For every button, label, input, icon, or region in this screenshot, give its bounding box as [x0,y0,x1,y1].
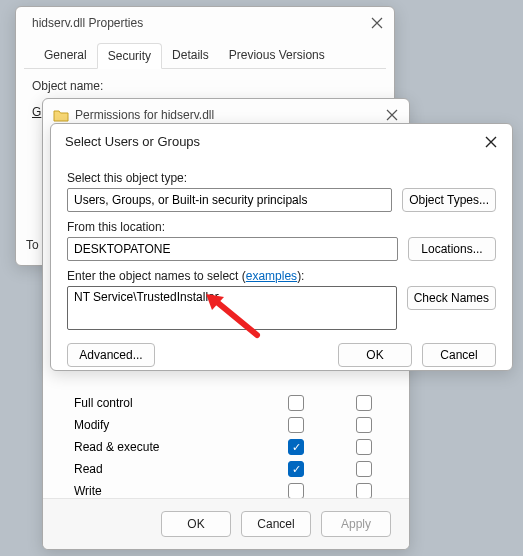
perm-name: Full control [74,396,262,410]
perm-row-read: Read [74,458,398,480]
advanced-button[interactable]: Advanced... [67,343,155,367]
perm-row-modify: Modify [74,414,398,436]
perm-name: Read & execute [74,440,262,454]
deny-checkbox[interactable] [356,439,372,455]
object-names-input[interactable] [67,286,397,330]
properties-tabs: General Security Details Previous Versio… [24,43,386,69]
permissions-button-row: OK Cancel Apply [43,498,409,549]
locations-button[interactable]: Locations... [408,237,496,261]
ok-button[interactable]: OK [338,343,412,367]
allow-checkbox[interactable] [288,439,304,455]
location-field [67,237,398,261]
perm-name: Read [74,462,262,476]
folder-icon [53,108,69,122]
select-titlebar: Select Users or Groups [51,124,512,155]
truncated-to-label: To [26,238,39,252]
select-users-dialog: Select Users or Groups Select this objec… [50,123,513,371]
ok-button[interactable]: OK [161,511,231,537]
examples-link[interactable]: examples [246,269,297,283]
object-type-field [67,188,392,212]
tab-previous-versions[interactable]: Previous Versions [219,43,335,68]
tab-general[interactable]: General [34,43,97,68]
deny-checkbox[interactable] [356,395,372,411]
tab-security[interactable]: Security [97,43,162,69]
perm-name: Write [74,484,262,498]
select-close-icon[interactable] [484,135,498,149]
cancel-button[interactable]: Cancel [422,343,496,367]
tab-details[interactable]: Details [162,43,219,68]
object-types-button[interactable]: Object Types... [402,188,496,212]
allow-checkbox[interactable] [288,395,304,411]
location-label: From this location: [67,220,496,234]
select-title: Select Users or Groups [65,134,484,149]
deny-checkbox[interactable] [356,483,372,499]
object-name-label: Object name: [32,79,103,93]
properties-title: hidserv.dll Properties [32,16,370,30]
properties-close-icon[interactable] [370,16,384,30]
object-names-label: Enter the object names to select (exampl… [67,269,496,283]
deny-checkbox[interactable] [356,417,372,433]
select-body: Select this object type: Object Types...… [51,155,512,381]
check-names-button[interactable]: Check Names [407,286,496,310]
object-type-label: Select this object type: [67,171,496,185]
cancel-button[interactable]: Cancel [241,511,311,537]
properties-titlebar: hidserv.dll Properties [16,7,394,39]
perm-row-full-control: Full control [74,392,398,414]
perm-row-read-execute: Read & execute [74,436,398,458]
object-name-value [109,79,378,93]
permissions-table: Full control Modify Read & execute Read … [73,391,399,503]
permissions-close-icon[interactable] [385,108,399,122]
allow-checkbox[interactable] [288,461,304,477]
permissions-title: Permissions for hidserv.dll [75,108,385,122]
apply-button[interactable]: Apply [321,511,391,537]
deny-checkbox[interactable] [356,461,372,477]
allow-checkbox[interactable] [288,483,304,499]
allow-checkbox[interactable] [288,417,304,433]
perm-name: Modify [74,418,262,432]
